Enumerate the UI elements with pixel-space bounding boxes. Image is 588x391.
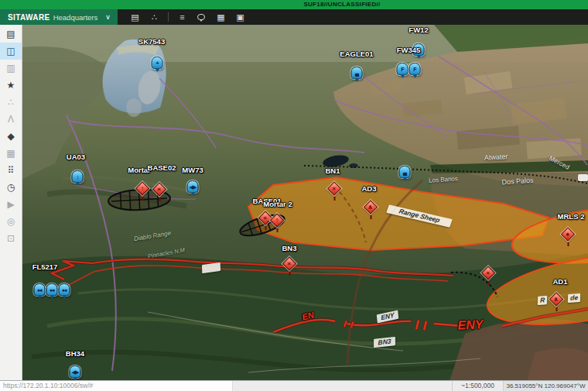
- ground-road-label: BN3: [374, 337, 395, 348]
- sidebar-units-list-icon[interactable]: ⠿: [0, 162, 22, 179]
- hostile-diamond-icon: ↑: [270, 213, 284, 227]
- hostile-diamond-icon: ∧: [549, 292, 563, 306]
- friendly-unit-fl5217[interactable]: FL5217●●●●●●: [34, 283, 70, 296]
- friendly-pin-icon: ▄: [351, 67, 363, 79]
- friendly-pin-icon: F: [397, 63, 409, 75]
- friendly-pin-icon: ●●: [34, 283, 46, 296]
- friendly-unit-fw345[interactable]: FW345FF: [397, 63, 421, 75]
- friendly-unit-ua03[interactable]: UA03↕: [72, 170, 84, 183]
- basemap-place-label: Merced: [548, 154, 571, 171]
- friendly-pin-icon: ●●: [59, 283, 70, 296]
- unit-label: FL5217: [32, 262, 58, 272]
- friendly-unit-mw73[interactable]: MW73◀▶: [187, 180, 199, 193]
- chevron-down-icon: ∨: [105, 14, 111, 21]
- sidebar-measure-icon[interactable]: Λ: [0, 111, 22, 128]
- hostile-diamond-icon: ∧: [364, 200, 378, 214]
- friendly-pin-icon: F: [409, 63, 421, 75]
- hostile-diamond-icon: ×: [152, 182, 166, 196]
- app-menu-button[interactable]: SITAWARE Headquarters ∨: [0, 9, 118, 25]
- unit-label: EAGLE01: [340, 50, 373, 59]
- basemap-place-label: Los Banos: [429, 175, 458, 184]
- friendly-unit-sk7543[interactable]: SK7543+: [152, 57, 163, 69]
- unit-label: SK7543: [138, 37, 165, 46]
- map-viewport[interactable]: SK7543+EAGLE01▄FW12FFW345FFUA03↕MW73◀▶FL…: [22, 25, 588, 380]
- status-spacer: [232, 381, 452, 391]
- sidebar-compass-icon[interactable]: ◎: [0, 213, 22, 230]
- ground-road-label: ENY: [377, 310, 399, 324]
- hostile-diamond-icon: ×: [258, 211, 272, 225]
- unit-label: BN3: [282, 244, 296, 253]
- hostile-unit-mrls-2[interactable]: MRLS 2●: [563, 229, 573, 246]
- chat-icon[interactable]: [192, 9, 211, 25]
- hostile-diamond-icon: ×: [481, 266, 495, 280]
- list-icon[interactable]: ≡: [173, 9, 192, 25]
- status-bar: https://172.20.1.10:10006/sw/# ~1:500,00…: [0, 380, 588, 391]
- unit-label: AD3: [361, 184, 376, 194]
- sidebar-3d-view-icon[interactable]: ◫: [0, 43, 22, 60]
- product-name: Headquarters: [53, 13, 98, 22]
- hostile-unit-bn1[interactable]: BN1×: [330, 183, 340, 201]
- friendly-pin-icon: ◀▶: [187, 180, 199, 193]
- sidebar-video-icon[interactable]: ▶: [0, 196, 22, 213]
- top-toolbar: SITAWARE Headquarters ∨ ▤∴≡▦▣: [0, 9, 588, 25]
- keypad-icon[interactable]: ▦: [211, 9, 231, 25]
- unit-label: MRLS 2: [558, 212, 585, 221]
- classification-banner: SUF18//UNCLASSIFIED//: [0, 0, 588, 9]
- hostile-diamond-icon: ×: [327, 181, 341, 195]
- hostile-unit-ad3[interactable]: AD3∧: [366, 202, 376, 219]
- sidebar-history-clock-icon[interactable]: ◷: [0, 179, 22, 196]
- sitaware-app-window: SUF18//UNCLASSIFIED// SITAWARE Headquart…: [0, 0, 588, 391]
- map-icon[interactable]: ▤: [125, 9, 145, 25]
- unit-label: BASE02: [148, 163, 176, 173]
- hostile-unit[interactable]: ×: [484, 268, 494, 285]
- basemap-place-label: Atwater: [484, 153, 508, 162]
- main-area: ▤◫▥★∴Λ◆▦⠿◷▶◎⊡: [0, 25, 588, 380]
- sidebar-org-structure-icon[interactable]: ∴: [0, 94, 22, 111]
- left-sidebar: ▤◫▥★∴Λ◆▦⠿◷▶◎⊡: [0, 25, 22, 380]
- friendly-unit-eagle01[interactable]: EAGLE01▄: [351, 67, 363, 79]
- sidebar-grid-icon[interactable]: ▦: [0, 145, 22, 162]
- map-scale-indicator[interactable]: ~1:500,000: [452, 381, 503, 391]
- enemy-boundary-label: EN: [301, 310, 315, 321]
- hostile-unit-base01[interactable]: BASE01×: [261, 213, 271, 230]
- unit-label: UA03: [67, 153, 85, 162]
- unit-label: AD1: [552, 277, 567, 286]
- classification-text: SUF18//UNCLASSIFIED//: [303, 0, 380, 9]
- basemap-place-label: Pinnacles N.M: [147, 246, 185, 259]
- unit-label: Mortar 2: [263, 200, 292, 209]
- hostile-unit-base02[interactable]: BASE02×: [155, 184, 165, 201]
- unit-label: FW345: [397, 46, 421, 55]
- unit-label: BN1: [325, 166, 340, 176]
- friendly-unit-bh34[interactable]: BH34◀▶: [70, 365, 81, 378]
- hostile-unit-bn3[interactable]: BN3×: [285, 259, 295, 276]
- friendly-pin-icon: ↕: [72, 170, 84, 183]
- friendly-pin-icon: ▄: [399, 166, 411, 178]
- enemy-boundary-label: ENY: [457, 317, 484, 333]
- toolbar-separator: [168, 12, 169, 22]
- sidebar-map-layers-icon[interactable]: ▤: [0, 26, 22, 43]
- cursor-coordinates: 36.519055°N 120.969047°W: [503, 381, 588, 391]
- brand-name: SITAWARE: [8, 13, 50, 22]
- ground-road-label: [202, 262, 220, 273]
- road-shield-icon: [578, 174, 588, 181]
- unit-label: FW12: [409, 26, 428, 35]
- sidebar-favorites-star-icon[interactable]: ★: [0, 77, 22, 94]
- ground-road-label: R: [538, 296, 547, 305]
- hostile-diamond-icon: ×: [282, 256, 296, 270]
- unit-label: BH34: [66, 349, 84, 358]
- hostile-unit-ad1[interactable]: AD1∧: [552, 294, 562, 311]
- hostile-unit-mortar-2[interactable]: Mortar 2↑: [272, 215, 282, 232]
- toolbar-icon-group: ▤∴≡▦▣: [118, 9, 250, 25]
- basemap-place-label: Diablo Range: [133, 230, 171, 242]
- friendly-unit[interactable]: ▄: [399, 166, 411, 178]
- sidebar-symbols-icon[interactable]: ◆: [0, 128, 22, 145]
- save-disk-icon[interactable]: ▣: [231, 9, 250, 25]
- hostile-diamond-icon: ●: [561, 227, 575, 241]
- hostile-unit-mortar[interactable]: Mortar↑: [138, 183, 148, 201]
- friendly-pin-icon: +: [152, 57, 163, 69]
- hostile-diamond-icon: ↑: [135, 181, 149, 195]
- status-url: https://172.20.1.10:10006/sw/#: [0, 381, 232, 391]
- sidebar-printer-icon[interactable]: ⊡: [0, 230, 22, 247]
- org-chart-icon[interactable]: ∴: [145, 9, 164, 25]
- sidebar-overlays-icon[interactable]: ▥: [0, 60, 22, 77]
